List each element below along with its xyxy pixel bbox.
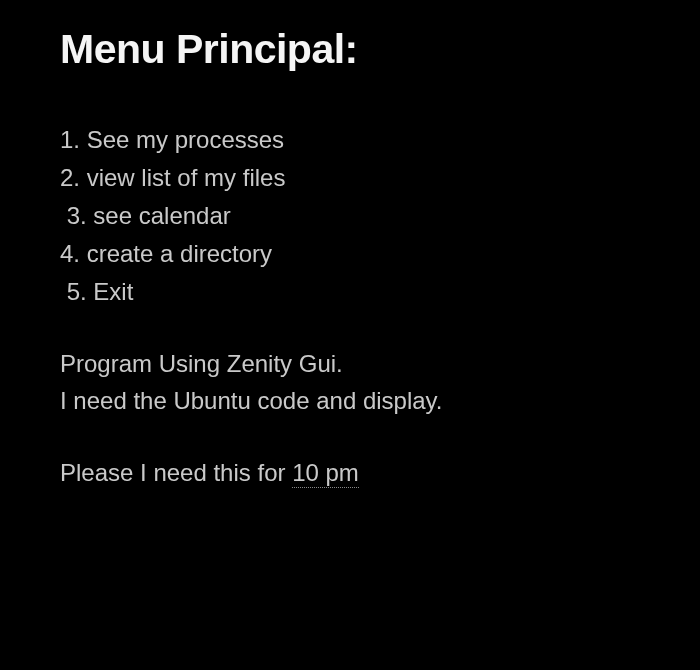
description-line-1: Program Using Zenity Gui. (60, 345, 640, 383)
menu-item-4: 4. create a directory (60, 235, 640, 273)
deadline-time: 10 pm (292, 459, 359, 488)
deadline-prefix: Please I need this for (60, 459, 292, 486)
description-paragraph: Program Using Zenity Gui. I need the Ubu… (60, 345, 640, 421)
menu-item-5: 5. Exit (60, 273, 640, 311)
deadline-line: Please I need this for 10 pm (60, 454, 640, 492)
menu-list: 1. See my processes 2. view list of my f… (60, 121, 640, 311)
menu-item-2: 2. view list of my files (60, 159, 640, 197)
page-title: Menu Principal: (60, 26, 640, 73)
menu-item-3: 3. see calendar (60, 197, 640, 235)
menu-item-1: 1. See my processes (60, 121, 640, 159)
description-line-2: I need the Ubuntu code and display. (60, 382, 640, 420)
